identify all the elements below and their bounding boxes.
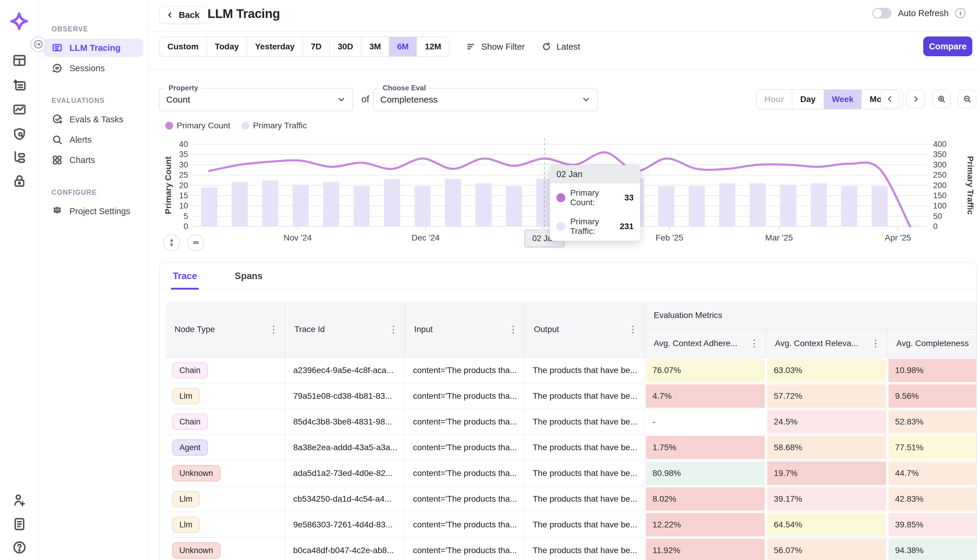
granularity-week[interactable]: Week xyxy=(824,90,862,109)
range-yesterday[interactable]: Yesterday xyxy=(247,37,303,56)
traffic-chart[interactable]: 0510152025303540050100150200250300350400… xyxy=(159,135,978,258)
trace-id-cell: ada5d1a2-73ed-4d0e-82... xyxy=(285,461,405,486)
metric-cell: 58.68% xyxy=(766,435,887,460)
toolbar-divider xyxy=(149,69,978,70)
output-cell: The products that have be... xyxy=(525,487,645,512)
tree-hierarchy-icon[interactable] xyxy=(12,150,27,165)
svg-text:35: 35 xyxy=(179,150,188,159)
granularity-hour[interactable]: Hour xyxy=(757,90,792,109)
node-type-chip: Llm xyxy=(172,517,200,533)
table-row[interactable]: Agent8a38e2ea-addd-43a5-a3a...content='T… xyxy=(166,435,977,461)
trace-id-cell: 9e586303-7261-4d4d-83... xyxy=(285,512,405,537)
output-cell: The products that have be... xyxy=(525,383,645,408)
docs-icon[interactable] xyxy=(12,517,27,531)
sidebar-item-label: Charts xyxy=(69,155,95,165)
legend-dot xyxy=(242,122,249,130)
prompts-icon[interactable] xyxy=(12,78,27,93)
node-type-chip: Unknown xyxy=(172,542,221,558)
table-row[interactable]: Llm9e586303-7261-4d4d-83...content='The … xyxy=(166,512,977,538)
node-type-chip: Agent xyxy=(172,440,208,456)
chevron-right-icon xyxy=(911,95,920,103)
sidebar-item-project-settings[interactable]: Project Settings xyxy=(44,202,143,220)
check-plus-icon xyxy=(52,114,63,125)
column-menu-icon[interactable]: ⋮ xyxy=(871,339,880,348)
sidebar-item-evals-tasks[interactable]: Evals & Tasks xyxy=(44,110,143,128)
sidebar-item-llm-tracing[interactable]: LLM Tracing xyxy=(44,38,143,57)
column-menu-icon[interactable]: ⋮ xyxy=(629,325,637,334)
svg-text:Mar '25: Mar '25 xyxy=(765,233,793,242)
tab-trace[interactable]: Trace xyxy=(173,263,197,290)
chevron-left-icon xyxy=(166,11,174,19)
info-icon[interactable]: i xyxy=(955,8,965,18)
table-row[interactable]: Unknownada5d1a2-73ed-4d0e-82...content='… xyxy=(166,461,977,487)
column-menu-icon[interactable]: ⋮ xyxy=(389,325,398,334)
collapse-chart-button[interactable] xyxy=(163,234,180,251)
column-menu-icon[interactable]: ⋮ xyxy=(750,339,759,348)
range-12m[interactable]: 12M xyxy=(417,37,449,56)
sidebar: OBSERVE LLM Tracing Sessions EVALUATIONS… xyxy=(39,0,149,560)
invite-user-icon[interactable] xyxy=(12,493,27,507)
table-body: Chaina2396ec4-9a5e-4c8f-aca...content='T… xyxy=(166,358,977,560)
tab-spans[interactable]: Spans xyxy=(235,263,262,290)
app-logo-icon[interactable] xyxy=(10,12,28,30)
grid-squares-icon xyxy=(52,154,63,166)
granularity-day[interactable]: Day xyxy=(792,90,824,109)
node-type-cell: Agent xyxy=(166,435,285,460)
sidebar-item-sessions[interactable]: Sessions xyxy=(44,59,143,77)
tooltip-count-dot xyxy=(557,193,565,202)
zoom-in-icon xyxy=(937,95,946,103)
range-custom[interactable]: Custom xyxy=(160,37,207,56)
property-value: Count xyxy=(166,95,190,105)
choose-eval-label: Choose Eval xyxy=(380,84,429,92)
metric-cell: 39.17% xyxy=(766,487,887,512)
table-row[interactable]: Chain85d4c3b8-3be8-4831-98...content='Th… xyxy=(166,409,977,435)
chevron-down-icon xyxy=(337,95,346,104)
table-header: Node Type⋮ Trace Id⋮ Input⋮ Output⋮ Eval… xyxy=(166,302,977,358)
table-row[interactable]: Llm79a51e08-cd38-4b81-83...content='The … xyxy=(166,383,977,409)
range-3m[interactable]: 3M xyxy=(361,37,389,56)
range-7d[interactable]: 7D xyxy=(303,37,330,56)
zoom-out-icon xyxy=(963,95,972,103)
range-30d[interactable]: 30D xyxy=(330,37,361,56)
lock-icon[interactable] xyxy=(12,174,27,188)
pan-right-button[interactable] xyxy=(906,90,925,108)
gear-icon xyxy=(52,205,63,217)
help-icon[interactable] xyxy=(12,540,27,555)
zoom-in-button[interactable] xyxy=(932,90,951,108)
sidebar-expand-button[interactable] xyxy=(30,37,46,52)
sidebar-item-charts[interactable]: Charts xyxy=(44,151,143,169)
trace-id-cell: cb534250-da1d-4c54-a4... xyxy=(285,487,405,512)
output-cell: The products that have be... xyxy=(525,538,645,560)
sidebar-item-alerts[interactable]: Alerts xyxy=(44,130,143,149)
latest-button[interactable]: Latest xyxy=(542,42,580,52)
auto-refresh-toggle[interactable] xyxy=(872,8,891,18)
tooltip-traffic-dot xyxy=(557,222,565,231)
table-row[interactable]: Chaina2396ec4-9a5e-4c8f-aca...content='T… xyxy=(166,358,977,383)
icon-rail xyxy=(0,0,39,560)
dashboard-table-icon[interactable] xyxy=(12,53,27,68)
chart-menu-button[interactable] xyxy=(187,234,204,251)
legend-primary-traffic[interactable]: Primary Traffic xyxy=(242,121,307,130)
sidebar-item-label: Evals & Tasks xyxy=(69,115,124,125)
table-row[interactable]: Unknownb0ca48df-b047-4c2e-ab8...content=… xyxy=(166,538,977,560)
column-menu-icon[interactable]: ⋮ xyxy=(269,325,278,334)
compare-button[interactable]: Compare xyxy=(923,37,972,56)
charts-image-icon[interactable] xyxy=(12,102,27,117)
metric-cell: 19.7% xyxy=(766,461,887,486)
show-filter-button[interactable]: Show Filter xyxy=(466,42,525,52)
pan-left-button[interactable] xyxy=(881,90,899,108)
back-label: Back xyxy=(179,10,199,20)
column-menu-icon[interactable]: ⋮ xyxy=(509,325,518,334)
col-input: Input⋮ xyxy=(405,302,525,357)
svg-text:Feb '25: Feb '25 xyxy=(655,233,683,242)
metric-cell: 9.56% xyxy=(887,383,977,408)
zoom-out-button[interactable] xyxy=(958,90,976,108)
range-today[interactable]: Today xyxy=(207,37,247,56)
range-6m[interactable]: 6M xyxy=(389,37,417,56)
back-button[interactable]: Back xyxy=(159,6,208,24)
choose-eval-select[interactable]: Choose Eval Completeness xyxy=(373,88,598,111)
shield-search-icon[interactable] xyxy=(12,127,27,141)
property-select[interactable]: Property Count xyxy=(159,88,353,111)
legend-primary-count[interactable]: Primary Count xyxy=(165,121,230,130)
table-row[interactable]: Llmcb534250-da1d-4c54-a4...content='The … xyxy=(166,487,977,512)
